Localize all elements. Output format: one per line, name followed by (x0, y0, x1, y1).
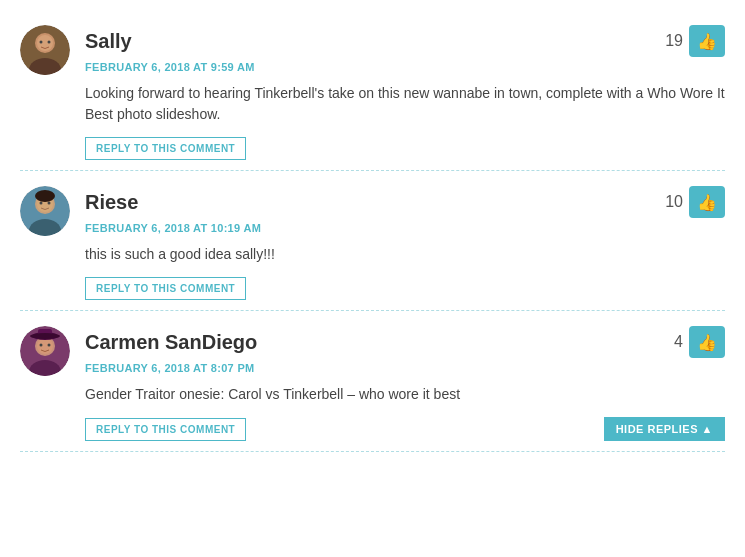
text-sally: Looking forward to hearing Tinkerbell's … (85, 83, 725, 125)
reply-button-sally[interactable]: REPLY TO THIS COMMENT (85, 137, 246, 160)
avatar-sally (20, 25, 70, 75)
like-button-riese[interactable]: 👍 (689, 186, 725, 218)
comment-header-sally: Sally 19 👍 (85, 25, 725, 57)
like-count-carmen: 4 (674, 333, 683, 351)
comment-body-riese: Riese 10 👍 FEBRUARY 6, 2018 AT 10:19 AM … (85, 186, 725, 300)
date-carmen: FEBRUARY 6, 2018 AT 8:07 PM (85, 362, 725, 374)
svg-point-18 (48, 344, 51, 347)
svg-point-21 (30, 333, 60, 339)
comment-carmen: Carmen SanDiego 4 👍 FEBRUARY 6, 2018 AT … (20, 311, 725, 452)
thumb-icon: 👍 (697, 333, 717, 352)
comment-header-riese: Riese 10 👍 (85, 186, 725, 218)
svg-point-4 (40, 41, 43, 44)
avatar-carmen (20, 326, 70, 376)
like-count-riese: 10 (665, 193, 683, 211)
svg-point-17 (40, 344, 43, 347)
svg-point-11 (48, 202, 51, 205)
like-button-sally[interactable]: 👍 (689, 25, 725, 57)
comment-body-sally: Sally 19 👍 FEBRUARY 6, 2018 AT 9:59 AM L… (85, 25, 725, 160)
like-section-carmen: 4 👍 (674, 326, 725, 358)
thumb-icon: 👍 (697, 193, 717, 212)
author-sally: Sally (85, 30, 132, 53)
comment-actions-carmen: REPLY TO THIS COMMENT HIDE REPLIES ▲ (85, 417, 725, 441)
comment-body-carmen: Carmen SanDiego 4 👍 FEBRUARY 6, 2018 AT … (85, 326, 725, 441)
comment-header-carmen: Carmen SanDiego 4 👍 (85, 326, 725, 358)
hide-replies-button-carmen[interactable]: HIDE REPLIES ▲ (604, 417, 725, 441)
reply-button-carmen[interactable]: REPLY TO THIS COMMENT (85, 418, 246, 441)
reply-button-riese[interactable]: REPLY TO THIS COMMENT (85, 277, 246, 300)
comments-container: Sally 19 👍 FEBRUARY 6, 2018 AT 9:59 AM L… (0, 0, 745, 462)
date-sally: FEBRUARY 6, 2018 AT 9:59 AM (85, 61, 725, 73)
like-button-carmen[interactable]: 👍 (689, 326, 725, 358)
avatar-riese (20, 186, 70, 236)
like-count-sally: 19 (665, 32, 683, 50)
like-section-riese: 10 👍 (665, 186, 725, 218)
thumb-icon: 👍 (697, 32, 717, 51)
svg-point-10 (40, 202, 43, 205)
svg-point-12 (35, 190, 55, 202)
author-carmen: Carmen SanDiego (85, 331, 257, 354)
svg-point-5 (48, 41, 51, 44)
author-riese: Riese (85, 191, 138, 214)
comment-sally: Sally 19 👍 FEBRUARY 6, 2018 AT 9:59 AM L… (20, 10, 725, 171)
date-riese: FEBRUARY 6, 2018 AT 10:19 AM (85, 222, 725, 234)
text-carmen: Gender Traitor onesie: Carol vs Tinkerbe… (85, 384, 725, 405)
like-section-sally: 19 👍 (665, 25, 725, 57)
text-riese: this is such a good idea sally!!! (85, 244, 725, 265)
comment-riese: Riese 10 👍 FEBRUARY 6, 2018 AT 10:19 AM … (20, 171, 725, 311)
